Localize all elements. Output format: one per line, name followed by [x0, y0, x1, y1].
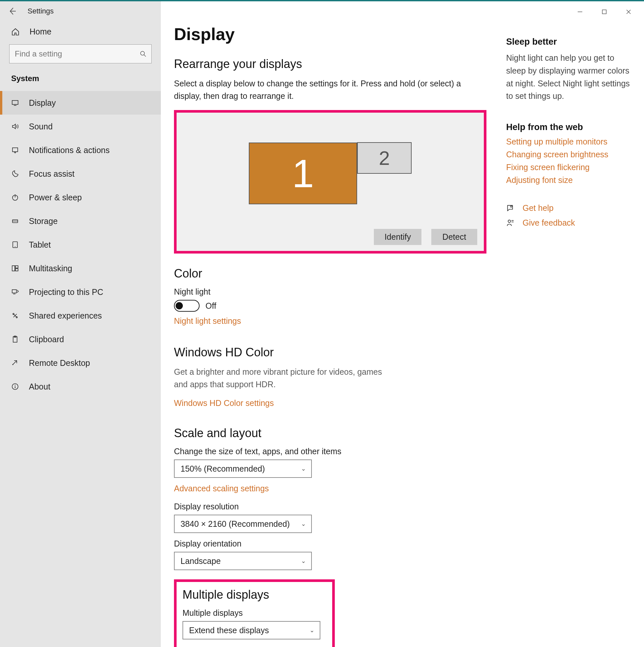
monitor-2[interactable]: 2: [357, 142, 412, 174]
svg-rect-16: [12, 266, 15, 271]
svg-rect-19: [12, 290, 16, 293]
text-size-dropdown[interactable]: 150% (Recommended) ⌄: [174, 459, 312, 478]
svg-rect-18: [15, 269, 18, 271]
sleep-better-heading: Sleep better: [506, 37, 631, 47]
svg-point-5: [141, 51, 144, 55]
detect-button[interactable]: Detect: [431, 229, 477, 245]
give-feedback-link[interactable]: Give feedback: [522, 218, 575, 228]
night-light-label: Night light: [174, 287, 486, 297]
multiple-displays-highlight: Multiple displays Multiple displays Exte…: [174, 579, 335, 647]
resolution-value: 3840 × 2160 (Recommended): [180, 519, 290, 529]
nav-item-label: Storage: [29, 216, 58, 226]
nav-item-label: Power & sleep: [29, 193, 82, 202]
advanced-scaling-link[interactable]: Advanced scaling settings: [174, 484, 486, 493]
resolution-label: Display resolution: [174, 502, 486, 511]
nav-item-tablet[interactable]: Tablet: [0, 233, 161, 257]
window-controls: [568, 6, 641, 18]
home-button[interactable]: Home: [0, 21, 161, 43]
nav-item-label: Clipboard: [29, 335, 64, 344]
feedback-icon: [506, 219, 515, 227]
shared-experiences-icon: [9, 311, 19, 320]
text-size-value: 150% (Recommended): [180, 464, 265, 474]
sidebar: Settings Home System DisplaySoundNotific…: [0, 1, 161, 647]
aside-panel: Sleep better Night light can help you ge…: [506, 24, 631, 637]
rearrange-heading: Rearrange your displays: [174, 57, 486, 71]
nav-item-clipboard[interactable]: Clipboard: [0, 328, 161, 351]
home-label: Home: [29, 27, 52, 37]
nav-item-multitasking[interactable]: Multitasking: [0, 257, 161, 280]
close-button[interactable]: [617, 6, 641, 18]
power-sleep-icon: [9, 193, 19, 202]
nav-item-sound[interactable]: Sound: [0, 115, 161, 138]
chevron-down-icon: ⌄: [301, 520, 306, 527]
chevron-down-icon: ⌄: [301, 557, 306, 565]
svg-rect-17: [15, 266, 18, 268]
search-field[interactable]: [9, 44, 152, 63]
svg-point-30: [508, 220, 511, 222]
night-light-state: Off: [206, 301, 216, 311]
get-help-link[interactable]: Get help: [522, 203, 554, 213]
help-link-flickering[interactable]: Fixing screen flickering: [506, 162, 631, 172]
help-web-heading: Help from the web: [506, 122, 631, 132]
settings-window: Settings Home System DisplaySoundNotific…: [0, 0, 644, 647]
hd-color-description: Get a brighter and more vibrant picture …: [174, 366, 397, 390]
orientation-label: Display orientation: [174, 539, 486, 549]
page-title: Display: [174, 24, 486, 44]
nav-item-label: About: [29, 382, 50, 391]
nav-list: DisplaySoundNotifications & actionsFocus…: [0, 91, 161, 399]
nav-item-label: Notifications & actions: [29, 145, 110, 155]
hd-color-settings-link[interactable]: Windows HD Color settings: [174, 399, 486, 408]
nav-item-notifications-actions[interactable]: Notifications & actions: [0, 138, 161, 162]
nav-item-display[interactable]: Display: [0, 91, 161, 115]
orientation-value: Landscape: [180, 556, 221, 566]
svg-point-29: [510, 206, 512, 207]
chevron-down-icon: ⌄: [310, 627, 314, 634]
maximize-button[interactable]: [592, 6, 617, 18]
svg-rect-1: [602, 10, 606, 14]
notifications-icon: [9, 145, 19, 155]
svg-rect-7: [12, 100, 18, 104]
resolution-dropdown[interactable]: 3840 × 2160 (Recommended) ⌄: [174, 515, 312, 533]
nav-item-label: Sound: [29, 122, 53, 131]
nav-item-label: Focus assist: [29, 169, 75, 179]
search-icon: [140, 50, 147, 58]
nav-item-about[interactable]: About: [0, 375, 161, 399]
multiple-displays-value: Extend these displays: [189, 626, 269, 635]
orientation-dropdown[interactable]: Landscape ⌄: [174, 552, 312, 570]
chevron-down-icon: ⌄: [301, 465, 306, 472]
night-light-settings-link[interactable]: Night light settings: [174, 316, 486, 326]
night-light-toggle[interactable]: [174, 300, 199, 312]
remote-desktop-icon: [9, 358, 19, 367]
nav-item-storage[interactable]: Storage: [0, 209, 161, 233]
minimize-button[interactable]: [568, 6, 592, 18]
monitor-1[interactable]: 1: [249, 143, 357, 204]
color-heading: Color: [174, 267, 486, 281]
home-icon: [11, 27, 20, 37]
nav-item-power-sleep[interactable]: Power & sleep: [0, 186, 161, 209]
svg-point-15: [15, 246, 15, 247]
help-link-multiple-monitors[interactable]: Setting up multiple monitors: [506, 137, 631, 146]
help-link-brightness[interactable]: Changing screen brightness: [506, 150, 631, 159]
nav-item-label: Projecting to this PC: [29, 287, 103, 297]
nav-item-label: Remote Desktop: [29, 358, 90, 368]
category-label: System: [0, 71, 161, 91]
svg-point-28: [15, 384, 15, 385]
projecting-icon: [9, 287, 19, 297]
help-link-font-size[interactable]: Adjusting font size: [506, 175, 631, 185]
sleep-better-description: Night light can help you get to sleep by…: [506, 52, 631, 102]
back-button[interactable]: [8, 7, 18, 15]
nav-item-focus-assist[interactable]: Focus assist: [0, 162, 161, 186]
nav-item-remote-desktop[interactable]: Remote Desktop: [0, 351, 161, 375]
search-input[interactable]: [14, 49, 136, 59]
clipboard-icon: [9, 335, 19, 344]
nav-item-shared-experiences[interactable]: Shared experiences: [0, 304, 161, 328]
nav-item-projecting-to-this-pc[interactable]: Projecting to this PC: [0, 280, 161, 304]
tablet-icon: [9, 240, 19, 249]
nav-item-label: Multitasking: [29, 264, 72, 273]
display-arrangement-canvas[interactable]: 1 2 Identify Detect: [177, 113, 484, 251]
display-icon: [9, 98, 19, 107]
hd-color-heading: Windows HD Color: [174, 346, 486, 359]
multiple-displays-dropdown[interactable]: Extend these displays ⌄: [182, 621, 320, 639]
storage-icon: [9, 216, 19, 226]
identify-button[interactable]: Identify: [374, 229, 421, 245]
